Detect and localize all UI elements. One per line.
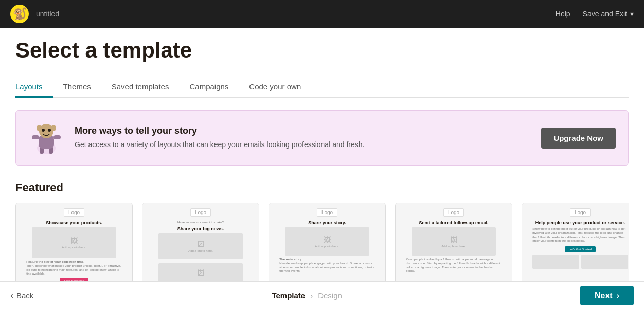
svg-point-7 [37,125,42,131]
nav-right: Help Save and Exit ▾ [556,10,634,18]
template-col-img-1 [532,255,579,269]
back-button[interactable]: ‹ Back [10,290,33,301]
template-body: Feature the star of your collection firs… [26,260,121,276]
template-logo: Logo [64,208,84,217]
tab-bar: Layouts Themes Saved templates Campaigns… [15,77,629,98]
template-sub: Have an announcement to make? [177,220,224,224]
template-logo: Logo [190,208,211,217]
tab-campaigns[interactable]: Campaigns [179,77,239,98]
banner-description: Get access to a variety of layouts that … [75,139,531,150]
template-headline: Share your big news. [177,226,224,231]
app-logo: 🐒 [10,5,29,23]
svg-point-9 [42,129,45,132]
save-exit-label: Save and Exit [583,10,627,18]
template-headline: Share your story. [308,220,346,225]
save-exit-button[interactable]: Save and Exit ▾ [583,10,634,18]
next-chevron-icon: › [617,291,619,300]
template-cta-button: Let's Get Started [565,246,596,252]
upgrade-banner: More ways to tell your story Get access … [15,110,629,166]
doc-title: untitled [36,10,59,18]
svg-rect-5 [53,135,61,139]
template-image-placeholder: 🖼 Add a photo here. [412,227,496,256]
tab-saved-templates[interactable]: Saved templates [101,77,180,98]
next-label: Next [595,291,613,300]
top-navigation: 🐒 untitled Help Save and Exit ▾ [0,0,644,28]
banner-mascot-icon [28,120,64,156]
logo-icon: 🐒 [13,7,27,21]
template-two-col [532,255,628,269]
image-label: Add a photo here. [62,246,86,249]
image-label: Add a photo here. [188,249,213,252]
breadcrumb-design: Design [318,291,342,300]
template-col-img-2 [581,255,628,269]
image-icon: 🖼 [441,235,466,244]
image-icon: 🖼 [62,237,86,245]
back-label: Back [16,291,33,300]
template-body: The main story Newsletters keep people e… [279,258,374,274]
breadcrumb-separator: › [310,291,313,300]
template-headline: Send a tailored follow-up email. [419,220,488,225]
back-chevron-icon: ‹ [10,290,13,301]
image-label: Add a photo here. [315,245,339,248]
upgrade-now-button[interactable]: Upgrade Now [541,128,616,149]
tab-code-your-own[interactable]: Code your own [239,77,311,98]
image-icon: 🖼 [315,235,339,244]
template-headline: Showcase your products. [46,220,102,225]
tab-themes[interactable]: Themes [53,77,101,98]
svg-point-6 [39,124,53,138]
template-headline: Help people use your product or service. [535,220,625,225]
chevron-down-icon: ▾ [630,10,634,18]
breadcrumb: Template › Design [272,291,342,300]
template-logo: Logo [570,208,591,217]
template-logo: Logo [317,208,337,217]
template-image-placeholder: 🖼 Add a photo here. [32,227,117,258]
banner-text: More ways to tell your story Get access … [75,125,531,150]
svg-point-10 [48,129,51,132]
template-body: Show how to get the most out of your pro… [532,227,628,243]
featured-section-title: Featured [15,181,629,194]
nav-left: 🐒 untitled [10,5,59,23]
next-button[interactable]: Next › [580,286,634,305]
template-logo: Logo [443,208,464,217]
bottom-bar: ‹ Back Template › Design Next › [0,281,644,309]
image-icon-2: 🖼 [197,269,204,277]
template-image-placeholder: 🖼 Add a photo here. [285,227,370,256]
tab-layouts[interactable]: Layouts [15,77,53,98]
image-icon: 🖼 [188,240,213,248]
help-link[interactable]: Help [556,10,570,18]
svg-rect-4 [32,135,39,139]
breadcrumb-template: Template [272,291,305,300]
template-image-placeholder: 🖼 Add a photo here. [158,233,243,259]
banner-title: More ways to tell your story [75,125,531,136]
main-content: Select a template Layouts Themes Saved t… [0,28,644,309]
page-title: Select a template [15,38,629,63]
svg-point-8 [51,125,56,131]
template-body: Keep people involved by a follow up with… [406,258,501,274]
image-label: Add a photo here. [441,245,466,248]
